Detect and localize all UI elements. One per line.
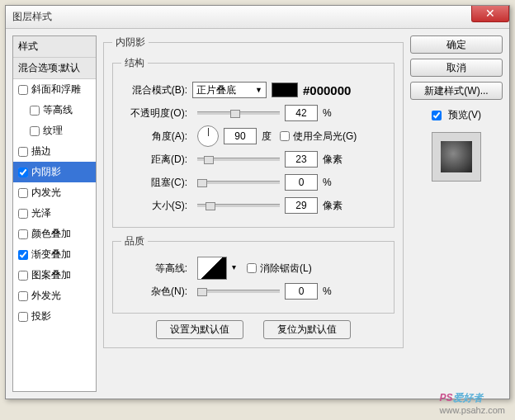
sidebar-header-blend[interactable]: 混合选项:默认 [13, 58, 96, 79]
watermark-url: www.psahz.com [440, 405, 505, 415]
sidebar-item-11[interactable]: 投影 [13, 306, 96, 327]
sidebar-label-8: 渐变叠加 [31, 248, 71, 262]
distance-unit: 像素 [323, 153, 343, 167]
shadow-color-swatch[interactable] [272, 83, 298, 97]
distance-label: 距离(D): [121, 153, 187, 167]
sidebar-item-9[interactable]: 图案叠加 [13, 265, 96, 286]
sidebar-item-5[interactable]: 内发光 [13, 182, 96, 203]
distance-row: 距离(D): 像素 [121, 149, 385, 169]
sidebar-item-4[interactable]: 内阴影 [13, 162, 96, 182]
sidebar-item-2[interactable]: 纹理 [13, 120, 96, 141]
blend-mode-label: 混合模式(B): [121, 83, 187, 97]
dialog-window: 图层样式 ✕ 样式 混合选项:默认 斜面和浮雕等高线纹理描边内阴影内发光光泽颜色… [5, 5, 510, 399]
preview-swatch [441, 141, 472, 172]
noise-slider[interactable] [197, 290, 280, 293]
blend-mode-combo[interactable]: 正片叠底 [192, 82, 267, 98]
noise-label: 杂色(N): [121, 285, 187, 299]
sidebar-checkbox-2[interactable] [30, 126, 40, 136]
sidebar-checkbox-3[interactable] [18, 147, 28, 157]
noise-unit: % [323, 286, 332, 297]
sidebar-label-11: 投影 [31, 309, 51, 323]
sidebar-label-10: 外发光 [31, 289, 61, 303]
sidebar-checkbox-9[interactable] [18, 271, 28, 281]
antialiased-checkbox[interactable] [247, 263, 257, 273]
global-light-label: 使用全局光(G) [293, 130, 357, 144]
window-title: 图层样式 [12, 10, 52, 24]
sidebar-checkbox-7[interactable] [18, 229, 28, 239]
sidebar-header-styles: 样式 [13, 36, 96, 58]
sidebar-checkbox-11[interactable] [18, 312, 28, 322]
sidebar-checkbox-10[interactable] [18, 291, 28, 301]
inner-shadow-legend: 内阴影 [112, 35, 149, 50]
cancel-button[interactable]: 取消 [410, 59, 503, 77]
color-hex-label: #000000 [303, 83, 351, 97]
contour-label: 等高线: [121, 262, 187, 276]
global-light-checkbox[interactable] [280, 131, 290, 141]
sidebar-checkbox-8[interactable] [18, 250, 28, 260]
sidebar-checkbox-4[interactable] [18, 168, 28, 177]
opacity-label: 不透明度(O): [121, 106, 187, 120]
angle-row: 角度(A): 度 使用全局光(G) [121, 126, 385, 146]
sidebar-item-10[interactable]: 外发光 [13, 286, 96, 306]
preview-checkbox[interactable] [432, 111, 442, 120]
sidebar-item-7[interactable]: 颜色叠加 [13, 224, 96, 244]
sidebar-label-1: 等高线 [43, 103, 73, 117]
new-style-button[interactable]: 新建样式(W)... [410, 82, 503, 100]
right-panel: 确定 取消 新建样式(W)... 预览(V) [410, 35, 503, 392]
sidebar-checkbox-6[interactable] [18, 209, 28, 219]
sidebar-label-7: 颜色叠加 [31, 227, 71, 241]
preview-row: 预览(V) [410, 108, 503, 122]
angle-label: 角度(A): [121, 130, 187, 144]
angle-unit: 度 [262, 130, 272, 144]
size-input[interactable] [285, 197, 318, 214]
blend-mode-row: 混合模式(B): 正片叠底 #000000 [121, 80, 385, 100]
watermark: PS爱好者 www.psahz.com [440, 388, 505, 415]
sidebar-checkbox-5[interactable] [18, 188, 28, 198]
sidebar-item-0[interactable]: 斜面和浮雕 [13, 79, 96, 100]
main-panel: 内阴影 结构 混合模式(B): 正片叠底 #000000 不透明度(O): % [103, 35, 404, 392]
distance-slider[interactable] [197, 158, 280, 161]
inner-shadow-fieldset: 内阴影 结构 混合模式(B): 正片叠底 #000000 不透明度(O): % [103, 35, 404, 348]
angle-input[interactable] [224, 128, 257, 144]
quality-fieldset: 品质 等高线: 消除锯齿(L) 杂色(N): % [112, 234, 395, 314]
choke-label: 阻塞(C): [121, 176, 187, 190]
angle-dial[interactable] [197, 125, 219, 147]
titlebar: 图层样式 ✕ [6, 6, 509, 29]
sidebar-item-3[interactable]: 描边 [13, 141, 96, 162]
size-slider[interactable] [197, 204, 280, 207]
watermark-text: 爱好者 [453, 392, 483, 403]
antialiased-label: 消除锯齿(L) [260, 262, 312, 276]
structure-fieldset: 结构 混合模式(B): 正片叠底 #000000 不透明度(O): % [112, 56, 395, 228]
watermark-ps: PS [440, 392, 453, 403]
opacity-slider[interactable] [197, 111, 280, 115]
reset-default-button[interactable]: 复位为默认值 [263, 320, 351, 339]
styles-sidebar: 样式 混合选项:默认 斜面和浮雕等高线纹理描边内阴影内发光光泽颜色叠加渐变叠加图… [12, 35, 97, 392]
sidebar-label-0: 斜面和浮雕 [31, 83, 81, 97]
sidebar-checkbox-0[interactable] [18, 85, 28, 95]
choke-input[interactable] [285, 174, 318, 191]
sidebar-label-3: 描边 [31, 144, 51, 158]
sidebar-checkbox-1[interactable] [30, 106, 40, 116]
noise-input[interactable] [285, 283, 318, 300]
set-default-button[interactable]: 设置为默认值 [156, 320, 243, 339]
preview-label: 预览(V) [448, 108, 481, 122]
sidebar-item-8[interactable]: 渐变叠加 [13, 244, 96, 265]
sidebar-item-6[interactable]: 光泽 [13, 203, 96, 224]
close-button[interactable]: ✕ [471, 6, 509, 22]
choke-slider[interactable] [197, 181, 280, 184]
opacity-row: 不透明度(O): % [121, 103, 385, 123]
choke-row: 阻塞(C): % [121, 172, 385, 192]
preview-box [432, 132, 481, 182]
noise-row: 杂色(N): % [121, 281, 385, 301]
sidebar-label-9: 图案叠加 [31, 268, 71, 282]
size-unit: 像素 [323, 199, 343, 213]
distance-input[interactable] [285, 151, 318, 168]
sidebar-label-5: 内发光 [31, 186, 61, 200]
contour-picker[interactable] [197, 257, 227, 280]
sidebar-label-2: 纹理 [43, 124, 63, 138]
ok-button[interactable]: 确定 [410, 35, 503, 54]
opacity-unit: % [323, 107, 332, 119]
sidebar-item-1[interactable]: 等高线 [13, 100, 96, 120]
content-area: 样式 混合选项:默认 斜面和浮雕等高线纹理描边内阴影内发光光泽颜色叠加渐变叠加图… [6, 29, 509, 399]
opacity-input[interactable] [285, 105, 318, 121]
